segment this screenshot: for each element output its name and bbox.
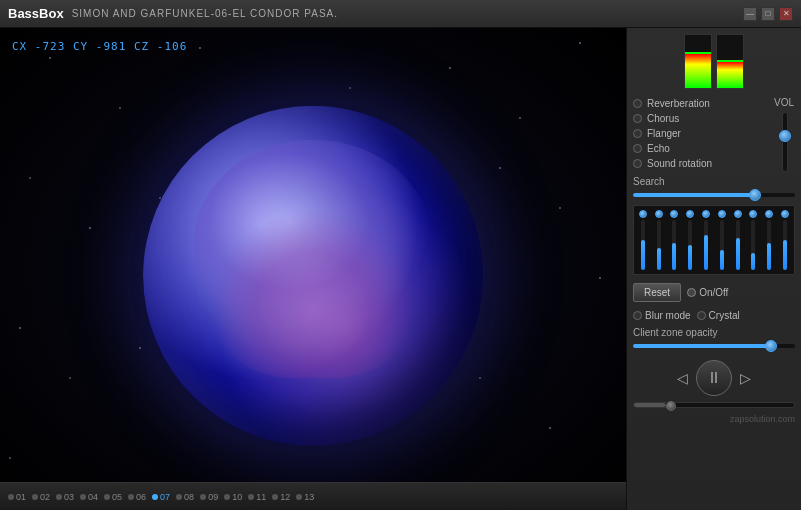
eq-track-2[interactable] xyxy=(657,220,661,270)
effect-label-chorus: Chorus xyxy=(647,113,679,124)
main-container: CX -723 CY -981 CZ -106 01 02 03 04 0 xyxy=(0,28,801,510)
eq-track-3[interactable] xyxy=(672,220,676,270)
position-slider-track[interactable] xyxy=(633,402,795,408)
eq-band-4 xyxy=(686,210,694,270)
eq-fill-1 xyxy=(641,240,645,270)
eq-knob-5[interactable] xyxy=(702,210,710,218)
minimize-button[interactable]: — xyxy=(743,7,757,21)
eq-track-1[interactable] xyxy=(641,220,645,270)
opacity-slider-track[interactable] xyxy=(633,344,795,348)
title-subtitle: SIMON AND GARFUNKEL-06-EL CONDOR PASA. xyxy=(72,8,743,19)
track-item-03[interactable]: 03 xyxy=(56,492,74,502)
track-bar: 01 02 03 04 05 06 xyxy=(0,482,626,510)
track-dot-13 xyxy=(296,494,302,500)
track-item-09[interactable]: 09 xyxy=(200,492,218,502)
eq-track-4[interactable] xyxy=(688,220,692,270)
watermark: zapsolution.com xyxy=(633,414,795,424)
coordinates-display: CX -723 CY -981 CZ -106 xyxy=(12,40,187,53)
eq-knob-8[interactable] xyxy=(749,210,757,218)
right-panel: Reverberation Chorus Flanger Echo xyxy=(626,28,801,510)
effect-sound-rotation[interactable]: Sound rotation xyxy=(633,157,771,170)
volume-slider-thumb[interactable] xyxy=(779,130,791,142)
vu-meter xyxy=(633,34,795,89)
eq-track-8[interactable] xyxy=(751,220,755,270)
eq-knob-4[interactable] xyxy=(686,210,694,218)
effect-label-reverberation: Reverberation xyxy=(647,98,710,109)
play-pause-button[interactable]: ⏸ xyxy=(696,360,732,396)
mode-row: Blur mode Crystal xyxy=(633,310,795,321)
track-dot-08 xyxy=(176,494,182,500)
effect-reverberation[interactable]: Reverberation xyxy=(633,97,771,110)
track-dot-09 xyxy=(200,494,206,500)
eq-knob-1[interactable] xyxy=(639,210,647,218)
eq-knob-9[interactable] xyxy=(765,210,773,218)
eq-track-6[interactable] xyxy=(720,220,724,270)
onoff-label: On/Off xyxy=(699,287,728,298)
onoff-toggle[interactable]: On/Off xyxy=(687,287,728,298)
search-slider-thumb[interactable] xyxy=(749,189,761,201)
eq-band-6 xyxy=(718,210,726,270)
transport-controls: ◁ ⏸ ▷ xyxy=(633,360,795,396)
track-dot-02 xyxy=(32,494,38,500)
close-button[interactable]: ✕ xyxy=(779,7,793,21)
track-dot-06 xyxy=(128,494,134,500)
search-slider-track[interactable] xyxy=(633,193,795,197)
track-item-10[interactable]: 10 xyxy=(224,492,242,502)
eq-fill-6 xyxy=(720,250,724,270)
track-dot-12 xyxy=(272,494,278,500)
effects-vol-row: Reverberation Chorus Flanger Echo xyxy=(633,97,795,172)
crystal-mode-item[interactable]: Crystal xyxy=(697,310,740,321)
track-item-04[interactable]: 04 xyxy=(80,492,98,502)
position-slider-fill xyxy=(634,403,666,407)
track-dot-07 xyxy=(152,494,158,500)
track-item-13[interactable]: 13 xyxy=(296,492,314,502)
reset-button[interactable]: Reset xyxy=(633,283,681,302)
track-item-06[interactable]: 06 xyxy=(128,492,146,502)
effect-radio-chorus xyxy=(633,114,642,123)
eq-knob-3[interactable] xyxy=(670,210,678,218)
next-button[interactable]: ▷ xyxy=(740,371,751,385)
pause-icon: ⏸ xyxy=(706,369,722,387)
track-item-05[interactable]: 05 xyxy=(104,492,122,502)
track-item-01[interactable]: 01 xyxy=(8,492,26,502)
track-item-11[interactable]: 11 xyxy=(248,492,266,502)
eq-fill-7 xyxy=(736,238,740,271)
track-item-08[interactable]: 08 xyxy=(176,492,194,502)
eq-knob-10[interactable] xyxy=(781,210,789,218)
prev-button[interactable]: ◁ xyxy=(677,371,688,385)
equalizer-area xyxy=(633,205,795,275)
eq-knob-7[interactable] xyxy=(734,210,742,218)
title-bar: BassBox SIMON AND GARFUNKEL-06-EL CONDOR… xyxy=(0,0,801,28)
track-item-07[interactable]: 07 xyxy=(152,492,170,502)
planet-visual xyxy=(143,106,483,446)
blur-mode-item[interactable]: Blur mode xyxy=(633,310,691,321)
eq-band-9 xyxy=(765,210,773,270)
eq-fill-10 xyxy=(783,240,787,270)
eq-band-5 xyxy=(702,210,710,270)
effects-list: Reverberation Chorus Flanger Echo xyxy=(633,97,771,170)
vu-right-channel xyxy=(716,34,744,89)
buttons-row: Reset On/Off xyxy=(633,283,795,302)
opacity-label: Client zone opacity xyxy=(633,327,795,338)
eq-knob-2[interactable] xyxy=(655,210,663,218)
track-item-02[interactable]: 02 xyxy=(32,492,50,502)
effect-chorus[interactable]: Chorus xyxy=(633,112,771,125)
maximize-button[interactable]: □ xyxy=(761,7,775,21)
eq-fill-3 xyxy=(672,243,676,271)
eq-track-5[interactable] xyxy=(704,220,708,270)
eq-track-10[interactable] xyxy=(783,220,787,270)
track-item-12[interactable]: 12 xyxy=(272,492,290,502)
track-dot-11 xyxy=(248,494,254,500)
eq-track-9[interactable] xyxy=(767,220,771,270)
volume-slider-track[interactable] xyxy=(782,112,788,172)
volume-column: VOL xyxy=(775,97,795,172)
eq-band-2 xyxy=(655,210,663,270)
effect-label-sound-rotation: Sound rotation xyxy=(647,158,712,169)
position-slider-thumb[interactable] xyxy=(666,401,676,411)
effect-echo[interactable]: Echo xyxy=(633,142,771,155)
vu-right-bar xyxy=(717,62,743,89)
eq-track-7[interactable] xyxy=(736,220,740,270)
opacity-slider-thumb[interactable] xyxy=(765,340,777,352)
effect-flanger[interactable]: Flanger xyxy=(633,127,771,140)
eq-knob-6[interactable] xyxy=(718,210,726,218)
